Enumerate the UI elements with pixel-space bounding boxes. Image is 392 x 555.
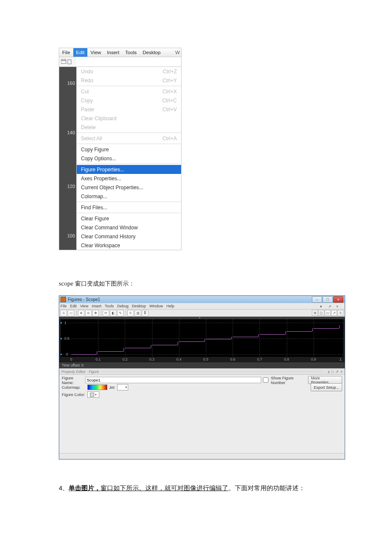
figmenu-view[interactable]: View xyxy=(80,304,88,308)
dock-max-icon[interactable]: □ xyxy=(331,370,334,374)
layout-btn-1[interactable]: ◫ xyxy=(318,310,324,316)
menu-edit[interactable]: Edit xyxy=(73,48,88,57)
figmenu-help[interactable]: Help xyxy=(167,304,175,308)
menu-insert[interactable]: Insert xyxy=(104,48,122,57)
new-icon[interactable]: ▭ xyxy=(68,310,74,316)
gridline-h xyxy=(61,354,343,355)
brush-icon[interactable]: ✎ xyxy=(117,310,124,316)
menu-item-label: Clear Workspace xyxy=(81,243,120,249)
x-tick-label: 0.3 xyxy=(150,357,155,361)
menu-item-current-object-properties[interactable]: Current Object Properties... xyxy=(77,183,181,192)
chevron-down-icon: ▾ xyxy=(95,393,97,396)
curve-segment xyxy=(125,348,150,348)
menu-item-clear-workspace[interactable]: Clear Workspace xyxy=(77,241,181,250)
curve-riser xyxy=(205,339,205,341)
menu-item-paste: PasteCtrl+V xyxy=(77,105,181,114)
menu-item-label: Find Files... xyxy=(81,205,107,211)
caption-zh: 窗口变成如下图所示： xyxy=(73,280,135,287)
menu-item-redo: RedoCtrl+Y xyxy=(77,76,181,85)
menu-item-cut: CutCtrl+X xyxy=(77,87,181,96)
layout-btn-4[interactable]: ⎘ xyxy=(337,310,343,316)
layout-btn-2[interactable]: ▭ xyxy=(325,310,331,316)
gridline-v xyxy=(259,319,260,357)
menu-view[interactable]: View xyxy=(87,48,104,57)
menu-file[interactable]: File xyxy=(59,48,73,57)
menu-item-label: Delete xyxy=(81,124,96,130)
zoom-in-icon[interactable]: ⊕ xyxy=(78,310,84,316)
pan-icon[interactable]: ✥ xyxy=(92,310,99,316)
menu-item-copy-options[interactable]: Copy Options... xyxy=(77,154,181,163)
figmenu-file[interactable]: File xyxy=(61,304,67,308)
maximize-button[interactable]: □ xyxy=(323,296,333,303)
menubar-ctrl-0[interactable]: ▾ xyxy=(320,304,324,308)
matlab-icon xyxy=(61,297,66,302)
menubar: FileEditViewInsertToolsDesktopW xyxy=(59,48,181,57)
figmenu-tools[interactable]: Tools xyxy=(105,304,114,308)
figure-color-picker[interactable]: ▾ xyxy=(87,391,99,398)
zoom-out-icon[interactable]: ⊖ xyxy=(85,310,92,316)
menu-item-colormap[interactable]: Colormap... xyxy=(77,192,181,201)
curve-segment xyxy=(152,345,178,345)
menubar-ctrl-2[interactable]: × xyxy=(336,304,340,308)
curve-segment xyxy=(314,328,339,329)
menu-item-clear-command-history[interactable]: Clear Command History xyxy=(77,232,181,241)
property-editor-title: Property Editor - Figure xyxy=(61,370,99,374)
minimize-button[interactable]: – xyxy=(312,296,322,303)
curve-segment xyxy=(179,341,205,342)
figmenu-window[interactable]: Window xyxy=(149,304,163,308)
figmenu-insert[interactable]: Insert xyxy=(92,304,101,308)
curve-segment xyxy=(71,354,97,355)
menu-item-label: Figure Properties... xyxy=(81,167,124,173)
menu-item-find-files[interactable]: Find Files... xyxy=(77,203,181,212)
y-tick-label: 0.5 xyxy=(64,336,69,341)
link-icon[interactable]: ⎘ xyxy=(127,310,134,316)
export-setup-button[interactable]: Export Setup... xyxy=(311,383,342,391)
figmenu-edit[interactable]: Edit xyxy=(70,304,77,308)
figure-name-input[interactable] xyxy=(85,377,261,383)
menu-item-copy-figure[interactable]: Copy Figure xyxy=(77,145,181,154)
figure-menubar: FileEditViewInsertToolsDebugDesktopWindo… xyxy=(59,303,345,309)
axis-tick: 140 xyxy=(67,130,75,135)
menubar-ctrl-1[interactable]: ↗ xyxy=(328,304,332,308)
scope-plot[interactable]: 00.10.20.30.40.50.60.70.80.9100.51 xyxy=(61,319,343,357)
x-tick-label: 0.8 xyxy=(284,357,289,361)
y-tick-mark xyxy=(61,338,62,339)
close-button[interactable]: × xyxy=(333,296,343,303)
menu-item-label: Copy Figure xyxy=(81,147,109,153)
figmenu-desktop[interactable]: Desktop xyxy=(132,304,146,308)
colorbar-icon[interactable]: ▥ xyxy=(135,310,141,316)
menu-item-axes-properties[interactable]: Axes Properties... xyxy=(77,174,181,183)
menu-item-clear-figure[interactable]: Clear Figure xyxy=(77,214,181,223)
layout-btn-0[interactable]: ⊞ xyxy=(312,310,318,316)
menu-desktop[interactable]: Desktop xyxy=(140,48,164,57)
menu-item-label: Redo xyxy=(81,78,93,84)
menu-separator xyxy=(77,144,181,144)
curve-riser xyxy=(124,348,124,351)
x-tick-label: 0.7 xyxy=(257,357,262,361)
show-figure-number-label: Show Figure Number xyxy=(271,376,306,385)
data-cursor-icon[interactable]: ◧ xyxy=(110,310,116,316)
colormap-dropdown[interactable]: ▾ xyxy=(117,384,128,390)
menu-separator xyxy=(77,202,181,202)
menu-item-label: Axes Properties... xyxy=(81,176,121,182)
show-figure-number-checkbox[interactable] xyxy=(263,377,268,383)
curve-segment xyxy=(98,351,124,352)
legend-icon[interactable]: ≣ xyxy=(142,310,148,316)
curve-riser xyxy=(258,334,259,337)
menu-item-clear-command-window[interactable]: Clear Command Window xyxy=(77,223,181,232)
dock-plus-icon[interactable]: ± xyxy=(328,370,330,374)
dock-close-icon[interactable]: × xyxy=(340,370,343,374)
titlebar[interactable]: Figures - Scope1 – □ × xyxy=(59,296,345,303)
axis-tick: 100 xyxy=(67,233,75,238)
menu-tools[interactable]: Tools xyxy=(122,48,140,57)
layout-btn-3[interactable]: ↗ xyxy=(331,310,337,316)
menu-item-label: Copy Options... xyxy=(81,156,116,162)
menu-item-figure-properties[interactable]: Figure Properties... xyxy=(77,165,181,174)
dock-undock-icon[interactable]: ↗ xyxy=(335,370,339,374)
x-tick-label: 1 xyxy=(340,357,342,361)
figmenu-debug[interactable]: Debug xyxy=(117,304,129,308)
print-icon[interactable]: ⎙ xyxy=(61,310,67,316)
rotate-icon[interactable]: ⟳ xyxy=(103,310,109,316)
menu-item-label: Select All xyxy=(81,136,102,142)
menu-item-shortcut: Ctrl+C xyxy=(162,98,177,104)
